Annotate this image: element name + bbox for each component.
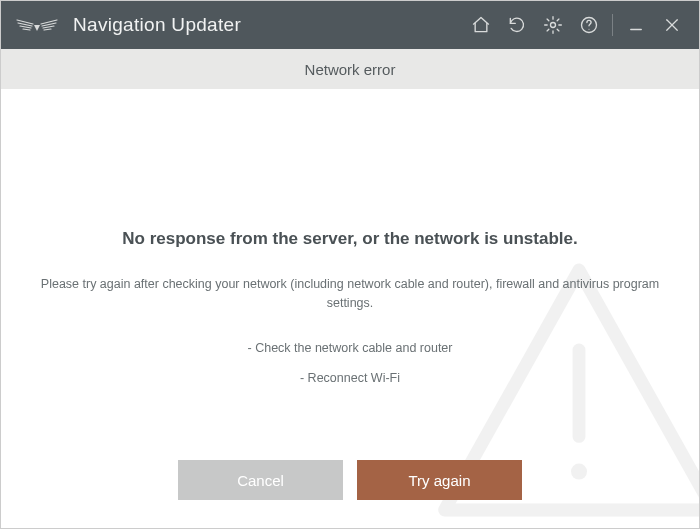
error-tip: - Check the network cable and router [23,341,677,355]
close-icon[interactable] [655,8,689,42]
try-again-button[interactable]: Try again [357,460,522,500]
wings-logo [15,15,59,35]
titlebar-actions [464,8,689,42]
content-area: No response from the server, or the netw… [1,89,699,528]
help-icon[interactable] [572,8,606,42]
gear-icon[interactable] [536,8,570,42]
svg-point-0 [551,23,556,28]
home-icon[interactable] [464,8,498,42]
app-title: Navigation Updater [73,14,241,36]
error-subtext: Please try again after checking your net… [23,275,677,313]
undo-icon[interactable] [500,8,534,42]
subheader: Network error [1,49,699,89]
svg-point-2 [589,29,590,30]
subheader-text: Network error [305,61,396,78]
minimize-icon[interactable] [619,8,653,42]
titlebar-divider [612,14,613,36]
error-headline: No response from the server, or the netw… [23,229,677,249]
button-row: Cancel Try again [1,460,699,500]
error-message-block: No response from the server, or the netw… [23,89,677,385]
error-tip: - Reconnect Wi-Fi [23,371,677,385]
cancel-button[interactable]: Cancel [178,460,343,500]
app-window: Navigation Updater [0,0,700,529]
titlebar: Navigation Updater [1,1,699,49]
